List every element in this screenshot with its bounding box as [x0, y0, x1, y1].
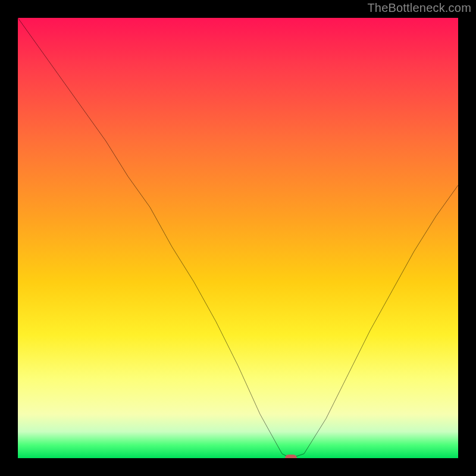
optimal-marker: [285, 455, 297, 458]
chart-frame: TheBottleneck.com: [0, 0, 476, 476]
attribution-text: TheBottleneck.com: [367, 1, 471, 15]
plot-area: [18, 18, 458, 458]
bottleneck-curve: [18, 18, 458, 458]
